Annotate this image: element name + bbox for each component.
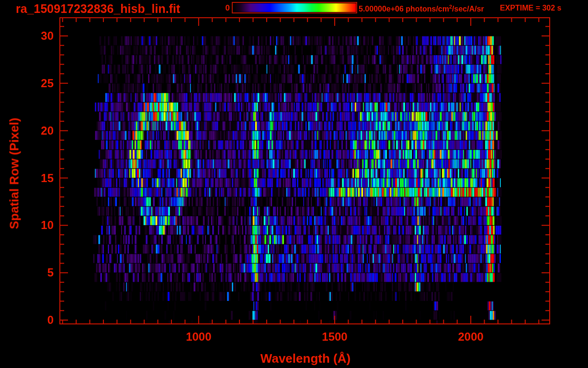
x-tick-label: 1000 (170, 331, 227, 343)
colorbar-max-label: 5.00000e+06 photons/cm2/sec/A/sr (359, 4, 484, 13)
x-tick-label: 2000 (442, 331, 499, 343)
spectral-heatmap-canvas (0, 0, 588, 368)
viewer-root: { "header": { "title": "ra_150917232836_… (0, 0, 588, 368)
x-tick-label: 1500 (306, 331, 363, 343)
y-tick-label: 10 (0, 219, 54, 231)
exptime-label: EXPTIME = 302 s (500, 4, 562, 12)
y-tick-label: 15 (0, 172, 54, 184)
colorbar-max-prefix: 5.00000e+06 photons/cm (359, 5, 449, 13)
colorbar-min-label: 0 (216, 3, 230, 13)
filename-title: ra_150917232836_hisb_lin.fit (16, 2, 180, 16)
colorbar-max-suffix: /sec/A/sr (452, 5, 484, 13)
plot-stage: ra_150917232836_hisb_lin.fit 0 5.00000e+… (0, 0, 588, 368)
y-tick-label: 25 (0, 77, 54, 90)
x-axis-title: Wavelength (Å) (247, 351, 364, 366)
y-tick-label: 5 (0, 266, 54, 279)
y-tick-label: 0 (0, 314, 54, 326)
y-tick-label: 30 (0, 30, 54, 42)
y-tick-label: 20 (0, 125, 54, 137)
